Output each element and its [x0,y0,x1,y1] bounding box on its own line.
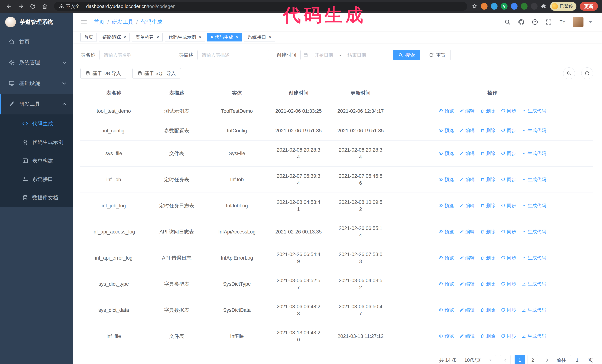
op-edit[interactable]: 编辑 [459,202,474,209]
sidebar-item-codegen-example[interactable]: 代码生成示例 [0,133,73,151]
close-icon[interactable]: × [124,35,126,40]
tab-home[interactable]: 首页 [80,33,97,42]
tab-codegen-example[interactable]: 代码生成示例× [165,33,205,42]
tab-form-builder[interactable]: 表单构建× [132,33,163,42]
op-preview[interactable]: 预览 [439,107,454,114]
op-delete[interactable]: 删除 [480,333,495,340]
op-edit[interactable]: 编辑 [459,280,474,287]
browser-back-icon[interactable] [4,1,14,11]
start-date-input[interactable] [309,52,338,58]
op-edit[interactable]: 编辑 [459,107,474,114]
goto-page-input[interactable] [570,355,584,364]
browser-update-button[interactable]: 更新 [580,2,598,11]
table-desc-input[interactable] [197,50,269,60]
op-generate[interactable]: 生成代码 [522,280,546,287]
next-page-button[interactable] [542,355,552,364]
page-button-1[interactable]: 1 [515,355,525,364]
font-size-icon[interactable]: TT [559,19,566,25]
browser-home-icon[interactable] [40,1,50,11]
address-bar[interactable]: 不安全 dashboard.yudao.iocoder.cn/tool/code… [54,2,467,11]
page-button-2[interactable]: 2 [527,355,538,364]
refresh-table-button[interactable] [581,67,593,79]
op-delete[interactable]: 删除 [480,280,495,287]
op-preview[interactable]: 预览 [439,333,454,340]
op-generate[interactable]: 生成代码 [522,127,546,134]
sidebar-item-home[interactable]: 首页 [0,31,73,52]
op-sync[interactable]: 同步 [501,176,516,183]
op-edit[interactable]: 编辑 [459,254,474,261]
table-name-input[interactable] [99,50,171,60]
sidebar-item-devtools[interactable]: 研发工具 [0,94,73,114]
op-preview[interactable]: 预览 [439,202,454,209]
op-preview[interactable]: 预览 [439,150,454,157]
op-generate[interactable]: 生成代码 [522,176,546,183]
search-button[interactable]: 搜索 [393,50,420,60]
extensions-puzzle-icon[interactable] [541,3,547,9]
op-preview[interactable]: 预览 [439,176,454,183]
extension-icon[interactable]: V [501,3,507,10]
sidebar-item-system-api[interactable]: 系统接口 [0,170,73,188]
op-preview[interactable]: 预览 [439,228,454,235]
op-sync[interactable]: 同步 [501,280,516,287]
op-delete[interactable]: 删除 [480,127,495,134]
op-edit[interactable]: 编辑 [459,176,474,183]
end-date-input[interactable] [342,52,371,58]
op-sync[interactable]: 同步 [501,127,516,134]
op-delete[interactable]: 删除 [480,107,495,114]
toggle-search-button[interactable] [563,67,575,79]
extension-icon[interactable] [511,3,517,10]
chevron-down-icon[interactable] [587,19,594,25]
import-db-button[interactable]: 基于 DB 导入 [80,68,126,79]
close-icon[interactable]: × [236,35,238,40]
op-sync[interactable]: 同步 [501,107,516,114]
reset-button[interactable]: 重置 [424,50,451,60]
op-sync[interactable]: 同步 [501,254,516,261]
op-preview[interactable]: 预览 [439,306,454,313]
op-delete[interactable]: 删除 [480,176,495,183]
op-generate[interactable]: 生成代码 [522,107,546,114]
op-delete[interactable]: 删除 [480,228,495,235]
op-generate[interactable]: 生成代码 [522,228,546,235]
op-generate[interactable]: 生成代码 [522,150,546,157]
op-preview[interactable]: 预览 [439,254,454,261]
op-edit[interactable]: 编辑 [459,228,474,235]
op-delete[interactable]: 删除 [480,306,495,313]
op-sync[interactable]: 同步 [501,150,516,157]
op-sync[interactable]: 同步 [501,228,516,235]
sidebar-item-system[interactable]: 系统管理 [0,52,73,73]
page-size-select[interactable]: 10条/页 [461,355,496,364]
op-sync[interactable]: 同步 [501,306,516,313]
prev-page-button[interactable] [500,355,510,364]
app-logo[interactable]: 芋道管理系统 [0,13,73,31]
extension-icon[interactable] [531,3,538,10]
breadcrumb-item[interactable]: 研发工具 [112,18,133,26]
sidebar-toggle-icon[interactable] [80,19,87,26]
close-icon[interactable]: × [157,35,159,40]
op-generate[interactable]: 生成代码 [522,202,546,209]
import-sql-button[interactable]: 基于 SQL 导入 [132,68,181,79]
user-avatar[interactable] [573,17,583,27]
bookmark-star-icon[interactable] [472,3,478,9]
op-delete[interactable]: 删除 [480,202,495,209]
op-edit[interactable]: 编辑 [459,127,474,134]
op-preview[interactable]: 预览 [439,280,454,287]
browser-reload-icon[interactable] [28,1,38,11]
op-delete[interactable]: 删除 [480,254,495,261]
sidebar-item-db-doc[interactable]: 数据库文档 [0,188,73,207]
profile-badge[interactable]: 已暂停 [550,2,576,11]
op-sync[interactable]: 同步 [501,333,516,340]
fullscreen-icon[interactable] [545,19,552,25]
op-preview[interactable]: 预览 [439,127,454,134]
op-edit[interactable]: 编辑 [459,333,474,340]
op-generate[interactable]: 生成代码 [522,254,546,261]
close-icon[interactable]: × [199,35,201,40]
help-icon[interactable]: ? [532,19,538,25]
github-icon[interactable] [518,19,525,25]
sidebar-item-infra[interactable]: 基础设施 [0,73,73,94]
op-edit[interactable]: 编辑 [459,306,474,313]
op-sync[interactable]: 同步 [501,202,516,209]
op-edit[interactable]: 编辑 [459,150,474,157]
op-delete[interactable]: 删除 [480,150,495,157]
tab-codegen[interactable]: 代码生成× [207,33,242,42]
extension-icon[interactable] [491,3,497,10]
